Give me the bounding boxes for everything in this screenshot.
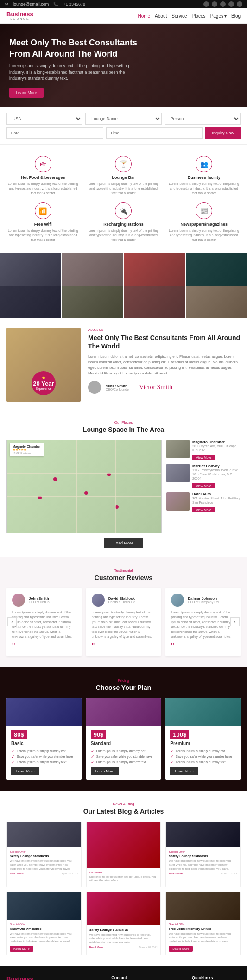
place-card-2: Marriot Bonvoy 1117 Pennsylvania Avenue … bbox=[166, 464, 241, 488]
gallery-image-8 bbox=[186, 286, 247, 318]
blog-card-5: Safety Lounge Standards We have implemen… bbox=[86, 892, 161, 955]
pricing-image-basic bbox=[6, 698, 82, 726]
time-input[interactable] bbox=[106, 127, 203, 139]
place-card-1: Magneto Chamber 2803 Myrtle Ave, 500, Ch… bbox=[166, 440, 241, 460]
blog-learn-btn-6[interactable]: Learn More bbox=[169, 946, 193, 952]
quote-icon-1: " bbox=[12, 642, 76, 651]
load-more-button[interactable]: Load More bbox=[104, 538, 143, 548]
basic-learn-button[interactable]: Learn More bbox=[11, 767, 39, 775]
testimonial-person-2: David Blablock Heads & Heals Ltd bbox=[108, 596, 135, 604]
place-view-btn-3[interactable]: View More bbox=[192, 507, 215, 512]
check-icon: ✓ bbox=[170, 760, 174, 765]
testimonial-header-2: David Blablock Heads & Heals Ltd bbox=[92, 594, 156, 607]
gallery-image-2 bbox=[62, 253, 123, 286]
testimonial-person-3: Dalmar Johnson CEO of Company Ltd bbox=[188, 596, 219, 604]
pricing-body-premium: 100$ Premium ✓Lorem ipsum is simply dumm… bbox=[165, 726, 241, 780]
testimonial-text-3: Lorem ipsum is simply dummy text of the … bbox=[171, 610, 235, 639]
place-view-btn-1[interactable]: View More bbox=[192, 455, 215, 460]
blog-learn-btn-4[interactable]: Read More bbox=[10, 946, 33, 952]
feature-bar-desc: Lorem ipsum is simply dummy text of the … bbox=[87, 182, 160, 195]
testimonial-card-2: David Blablock Heads & Heals Ltd Lorem i… bbox=[86, 588, 161, 656]
feature-food-title: Hot Food & beverages bbox=[6, 175, 80, 180]
nav-pages[interactable]: Pages ▾ bbox=[210, 13, 227, 19]
person-select[interactable]: Person bbox=[165, 113, 241, 125]
pricing-body-standard: 90$ Standard ✓Lorem ipsum is simply dumm… bbox=[86, 726, 161, 780]
nav-service[interactable]: Service bbox=[171, 13, 187, 19]
linkedin-icon[interactable] bbox=[237, 1, 242, 7]
chevron-down-icon: ▾ bbox=[224, 13, 227, 19]
email-icon: ✉ bbox=[5, 2, 8, 6]
premium-learn-button[interactable]: Learn More bbox=[170, 767, 198, 775]
bar-icon: 🍸 bbox=[115, 156, 132, 172]
check-icon: ✓ bbox=[11, 749, 15, 753]
blog-grid-row1: Special Offer Safety Lounge Standards We… bbox=[6, 822, 241, 887]
about-person-info: Victor Smith CEO/Co-founder bbox=[106, 384, 130, 391]
news-icon: 📰 bbox=[196, 202, 212, 219]
testimonials-inner: John Smith CEO of NetCo Lorem ipsum is s… bbox=[6, 588, 241, 656]
carousel-prev-button[interactable]: ‹ bbox=[7, 617, 17, 626]
date-input[interactable] bbox=[6, 127, 103, 139]
blog-body-2: Newsletter Subscribe to our newsletter a… bbox=[87, 868, 161, 887]
blog-image-3 bbox=[166, 822, 240, 847]
standard-learn-button[interactable]: Learn More bbox=[91, 767, 119, 775]
blog-image-1 bbox=[7, 822, 81, 847]
blog-tag-6: Special Offer bbox=[169, 923, 237, 926]
twitter-icon[interactable] bbox=[212, 1, 217, 7]
blog-read-more-1[interactable]: Read More bbox=[10, 872, 24, 875]
about-title: Meet Only The Best Consultants From All … bbox=[88, 334, 241, 350]
testimonial-avatar-2 bbox=[92, 594, 105, 607]
check-icon: ✓ bbox=[170, 749, 174, 753]
country-select[interactable]: USA bbox=[6, 113, 82, 125]
testimonials-title: Customer Reviews bbox=[6, 574, 241, 582]
blog-meta-1: Read More April 20 2021 bbox=[10, 872, 78, 875]
map-pin-2 bbox=[84, 491, 88, 495]
features-grid: 🍽 Hot Food & beverages Lorem ipsum is si… bbox=[6, 156, 241, 242]
inquiry-button[interactable]: Inquiry Now bbox=[205, 127, 241, 139]
map-road-h1 bbox=[7, 473, 161, 474]
place-view-btn-2[interactable]: View More bbox=[192, 483, 215, 488]
quote-icon-3: " bbox=[171, 642, 235, 651]
testimonial-header-1: John Smith CEO of NetCo bbox=[12, 594, 76, 607]
testimonials-section: Testimonial Customer Reviews ‹ John Smit… bbox=[0, 557, 247, 667]
map-container: Magneto Chamber ★★★★★ 13.0K Reviews bbox=[7, 440, 161, 533]
blog-read-more-5[interactable]: Read More bbox=[89, 946, 103, 948]
blog-tag-3: Special Offer bbox=[169, 850, 237, 853]
place-image-3 bbox=[166, 492, 190, 511]
about-image: ⭐ 20 Year Experience bbox=[6, 328, 81, 402]
blog-body-3: Special Offer Safety Lounge Standards We… bbox=[166, 847, 240, 878]
blog-body-4: Special Offer Know Our Ambiance We have … bbox=[7, 920, 81, 955]
carousel-next-button[interactable]: › bbox=[230, 617, 240, 626]
map-road-v1 bbox=[76, 440, 77, 533]
facebook-icon[interactable] bbox=[203, 1, 209, 7]
blog-card-2: Newsletter Subscribe to our newsletter a… bbox=[86, 822, 161, 887]
nav-places[interactable]: Places bbox=[192, 13, 206, 19]
plan-standard-name: Standard bbox=[91, 741, 157, 746]
testimonial-person-1: John Smith CEO of NetCo bbox=[29, 596, 50, 604]
feature-wifi-desc: Lorem ipsum is simply dummy text of the … bbox=[6, 228, 80, 242]
place-name-2: Marriot Bonvoy bbox=[192, 464, 241, 468]
feature-news-desc: Lorem ipsum is simply dummy text of the … bbox=[167, 228, 241, 242]
lounge-select[interactable]: Lounge Name bbox=[85, 113, 161, 125]
nav-home[interactable]: Home bbox=[138, 13, 150, 19]
nav-about[interactable]: About bbox=[155, 13, 167, 19]
nav-blog[interactable]: Blog bbox=[231, 13, 241, 19]
logo: Business LOUNGE bbox=[6, 11, 33, 20]
youtube-icon[interactable] bbox=[220, 1, 226, 7]
plan-premium-f3: ✓Lorem ipsum is simply dummy text bbox=[170, 760, 236, 765]
pricing-image-standard bbox=[86, 698, 161, 726]
charging-icon: 🔌 bbox=[115, 202, 132, 219]
blog-read-more-3[interactable]: Read More bbox=[169, 872, 183, 875]
feature-news: 📰 Newspapers/magazines Lorem ipsum is si… bbox=[167, 202, 241, 242]
features-section: 🍽 Hot Food & beverages Lorem ipsum is si… bbox=[0, 145, 247, 253]
gallery-row1 bbox=[0, 253, 247, 286]
map-stars: ★★★★★ bbox=[13, 448, 41, 452]
hero-cta-button[interactable]: Learn More bbox=[9, 88, 44, 98]
business-icon: 👥 bbox=[196, 156, 212, 172]
blog-body-6: Special Offer Free Complimentary Drinks … bbox=[166, 920, 240, 955]
pricing-label: Pricing bbox=[6, 678, 241, 683]
blog-image-4 bbox=[7, 892, 81, 920]
google-icon[interactable] bbox=[228, 1, 234, 7]
footer-contact: Contact Address: 2 Clear Botno Bonmo Ave… bbox=[111, 975, 184, 980]
testimonial-text-1: Lorem ipsum is simply dummy text of the … bbox=[12, 610, 76, 639]
about-text: Lorem ipsum dolor sit amet, consectetur … bbox=[88, 354, 241, 376]
